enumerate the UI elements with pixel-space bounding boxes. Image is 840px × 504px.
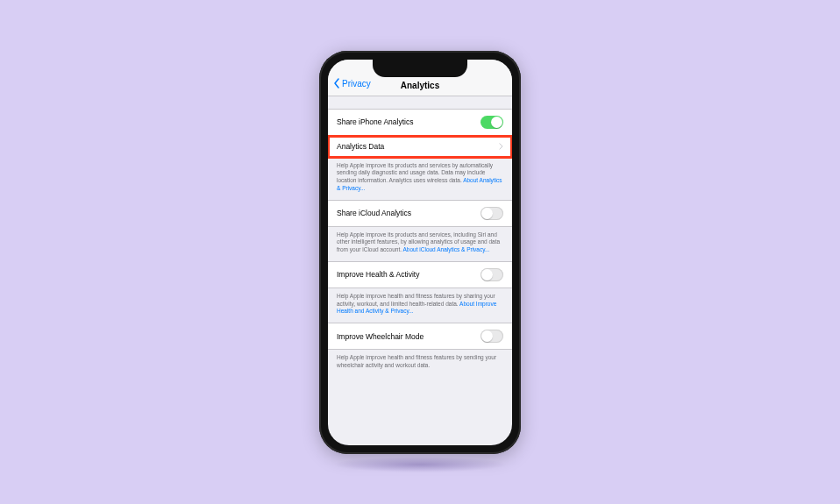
- improve-health-activity-toggle[interactable]: [481, 268, 503, 281]
- iphone-analytics-footer: Help Apple improve its products and serv…: [328, 158, 512, 200]
- improve-wheelchair-mode-row[interactable]: Improve Wheelchair Mode: [328, 323, 512, 350]
- wheelchair-footer: Help Apple improve health and fitness fe…: [328, 350, 512, 377]
- device-shadow: [332, 457, 508, 472]
- improve-wheelchair-mode-toggle[interactable]: [481, 330, 503, 343]
- share-icloud-analytics-toggle[interactable]: [481, 207, 503, 220]
- chevron-right-icon: [499, 143, 503, 150]
- section-spacer: [328, 96, 512, 109]
- back-button[interactable]: Privacy: [333, 78, 371, 90]
- back-label: Privacy: [342, 79, 371, 89]
- row-label: Share iPhone Analytics: [337, 117, 413, 126]
- about-icloud-privacy-link[interactable]: About iCloud Analytics & Privacy...: [403, 246, 490, 252]
- row-label: Analytics Data: [337, 142, 384, 151]
- row-label: Share iCloud Analytics: [337, 209, 411, 217]
- health-activity-footer: Help Apple improve health and fitness fe…: [328, 288, 512, 323]
- icloud-analytics-footer: Help Apple improve its products and serv…: [328, 227, 512, 261]
- share-iphone-analytics-toggle[interactable]: [481, 116, 503, 129]
- row-label: Improve Wheelchair Mode: [337, 332, 424, 341]
- phone-device-frame: Privacy Analytics Share iPhone Analytics…: [319, 51, 521, 454]
- settings-content: Share iPhone Analytics Analytics Data He…: [328, 96, 512, 445]
- footer-text: Help Apple improve health and fitness fe…: [337, 354, 496, 368]
- improve-health-activity-row[interactable]: Improve Health & Activity: [328, 261, 512, 288]
- device-screen: Privacy Analytics Share iPhone Analytics…: [328, 60, 512, 445]
- share-iphone-analytics-row[interactable]: Share iPhone Analytics: [328, 109, 512, 136]
- share-icloud-analytics-row[interactable]: Share iCloud Analytics: [328, 200, 512, 227]
- chevron-left-icon: [333, 78, 342, 90]
- analytics-data-row[interactable]: Analytics Data: [328, 136, 512, 158]
- device-notch: [373, 58, 467, 77]
- row-label: Improve Health & Activity: [337, 270, 419, 279]
